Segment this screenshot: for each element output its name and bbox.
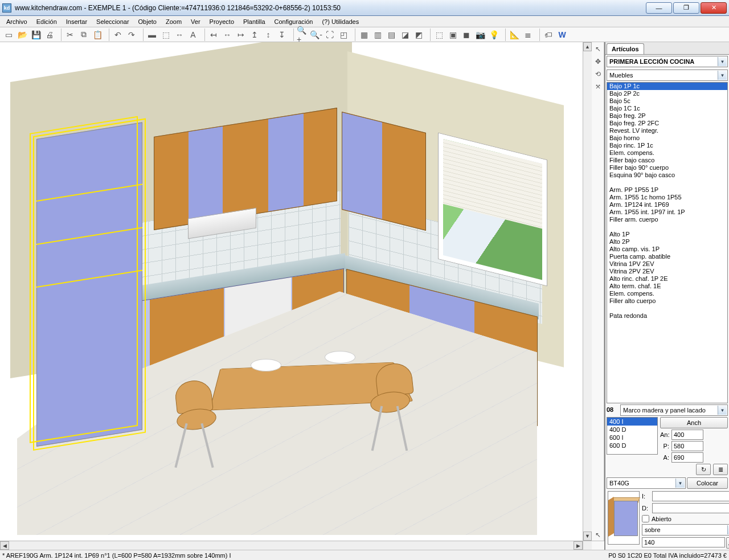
viewport-hscrollbar[interactable]: ◀ ▶ bbox=[0, 541, 583, 550]
article-item[interactable]: Vitrina 2PV 2EV bbox=[607, 268, 727, 275]
height-input[interactable] bbox=[671, 452, 703, 463]
list-button[interactable]: ≣ bbox=[713, 464, 728, 475]
toolbar-print-button[interactable]: 🖨 bbox=[43, 28, 56, 41]
toolbar-valign-m-button[interactable]: ↕ bbox=[262, 28, 275, 41]
viewport-3d[interactable] bbox=[0, 42, 583, 541]
anch-button[interactable]: Anch bbox=[660, 417, 728, 428]
toolbar-view-front-button[interactable]: ▥ bbox=[371, 28, 384, 41]
article-item[interactable]: Alto term. chaf. 1E bbox=[607, 283, 727, 290]
viewport-vscrollbar[interactable]: ▲ ▼ bbox=[583, 42, 592, 541]
article-item[interactable]: Filler arm. cuerpo bbox=[607, 216, 727, 223]
article-item[interactable] bbox=[607, 305, 727, 312]
article-item[interactable]: Bajo horno bbox=[607, 134, 727, 142]
menu-zoom[interactable]: Zoom bbox=[162, 17, 186, 26]
toolbar-zoom-fit-button[interactable]: ⛶ bbox=[323, 28, 336, 41]
viewtool-pointer-button[interactable]: ↖ bbox=[592, 43, 604, 55]
toolbar-zoom-minus-button[interactable]: 🔍- bbox=[310, 28, 322, 41]
toolbar-save-button[interactable]: 💾 bbox=[30, 28, 42, 41]
window-minimize-button[interactable]: — bbox=[646, 2, 672, 14]
toolbar-paste-button[interactable]: 📋 bbox=[91, 28, 104, 41]
viewtool-walkthrough-button[interactable]: ⤧ bbox=[592, 81, 604, 92]
toolbar-wall-button[interactable]: ▬ bbox=[146, 28, 158, 41]
over-stepper[interactable]: ▴▾ bbox=[726, 537, 729, 549]
article-item[interactable]: Alto 2P bbox=[607, 238, 727, 246]
article-item[interactable]: Alto 1P bbox=[607, 231, 727, 238]
place-button[interactable]: Colocar bbox=[687, 477, 728, 489]
article-item[interactable]: Bajo freg. 2P 2FC bbox=[607, 120, 727, 127]
article-item[interactable]: Filler bajo 90° cuerpo bbox=[607, 164, 727, 171]
article-item[interactable]: Vitrina 1PV 2EV bbox=[607, 260, 727, 268]
toolbar-measure-button[interactable]: 📐 bbox=[508, 28, 521, 41]
article-item[interactable]: Bajo freg. 2P bbox=[607, 112, 727, 120]
toolbar-align-l-button[interactable]: ↤ bbox=[207, 28, 220, 41]
viewtool-cursor-arrow-button[interactable]: ↖ bbox=[592, 529, 604, 541]
article-item[interactable]: Arm. 1P124 int. 1P69 bbox=[607, 201, 727, 209]
article-item[interactable]: Bajo 1C 1c bbox=[607, 105, 727, 112]
scroll-down-button[interactable]: ▼ bbox=[583, 532, 592, 541]
article-item[interactable]: Alto rinc. chaf. 1P 2E bbox=[607, 275, 727, 283]
article-item[interactable]: Revest. LV integr. bbox=[607, 127, 727, 134]
scroll-left-button[interactable]: ◀ bbox=[0, 541, 9, 550]
toolbar-view-top-button[interactable]: ▦ bbox=[358, 28, 370, 41]
toolbar-view-persp-button[interactable]: ◪ bbox=[399, 28, 411, 41]
model-combo[interactable]: Marco madera y panel lacado ▼ bbox=[620, 404, 728, 416]
over-value-input[interactable] bbox=[642, 537, 725, 547]
toolbar-view-iso-button[interactable]: ◩ bbox=[412, 28, 425, 41]
menu-objeto[interactable]: Objeto bbox=[134, 17, 161, 26]
toolbar-open-button[interactable]: 📂 bbox=[16, 28, 28, 41]
scroll-up-button[interactable]: ▲ bbox=[583, 42, 592, 51]
catalog-combo[interactable]: PRIMERA LECCIÓN COCINA ▼ bbox=[607, 56, 728, 67]
toolbar-render-hidden-button[interactable]: ▣ bbox=[447, 28, 459, 41]
dimension-option[interactable]: 600 D bbox=[607, 442, 657, 449]
article-item[interactable] bbox=[607, 179, 727, 186]
scroll-right-button[interactable]: ▶ bbox=[574, 541, 583, 550]
tab-articulos[interactable]: Artículos bbox=[607, 43, 644, 54]
article-item[interactable]: Arm. 1P55 1c horno 1P55 bbox=[607, 194, 727, 201]
hscroll-track[interactable] bbox=[9, 541, 574, 550]
article-item[interactable]: Puerta camp. abatible bbox=[607, 253, 727, 260]
toolbar-align-r-button[interactable]: ↦ bbox=[235, 28, 247, 41]
open-checkbox-row[interactable]: Abierto bbox=[642, 515, 729, 522]
article-item[interactable]: Elem. compens. bbox=[607, 149, 727, 157]
toolbar-render-wire-button[interactable]: ⬚ bbox=[433, 28, 445, 41]
toolbar-undo-button[interactable]: ↶ bbox=[112, 28, 124, 41]
toolbar-render-photo-button[interactable]: 📷 bbox=[474, 28, 486, 41]
toolbar-align-c-button[interactable]: ↔ bbox=[221, 28, 234, 41]
dimension-listbox[interactable]: 400 I400 D600 I600 D bbox=[607, 417, 658, 455]
article-item[interactable]: Bajo 5c bbox=[607, 97, 727, 105]
viewtool-pan-button[interactable]: ✥ bbox=[592, 56, 604, 67]
toolbar-new-button[interactable]: ▭ bbox=[2, 28, 15, 41]
article-item[interactable] bbox=[607, 223, 727, 231]
toolbar-layers-button[interactable]: ≣ bbox=[522, 28, 534, 41]
toolbar-dimension-button[interactable]: ↔ bbox=[173, 28, 186, 41]
toolbar-redo-button[interactable]: ↷ bbox=[125, 28, 138, 41]
toolbar-copy-button[interactable]: ⧉ bbox=[77, 28, 90, 41]
article-item[interactable]: Bajo rinc. 1P 1c bbox=[607, 142, 727, 149]
i-offset-input[interactable] bbox=[652, 491, 729, 501]
toolbar-catalog-button[interactable]: 🏷 bbox=[542, 28, 555, 41]
menu-insertar[interactable]: Insertar bbox=[62, 17, 91, 26]
category-combo[interactable]: Muebles ▼ bbox=[607, 70, 728, 81]
open-checkbox[interactable] bbox=[642, 515, 649, 522]
window-close-button[interactable]: ✕ bbox=[701, 2, 727, 14]
menu--utilidades[interactable]: (?) Utilidades bbox=[318, 17, 363, 26]
menu-edici-n[interactable]: Edición bbox=[32, 17, 61, 26]
toolbar-zoom-plus-button[interactable]: 🔍+ bbox=[296, 28, 309, 41]
article-item[interactable]: Pata redonda bbox=[607, 312, 727, 320]
dimension-option[interactable]: 400 D bbox=[607, 426, 657, 434]
viewtool-orbit-button[interactable]: ⟲ bbox=[592, 68, 604, 80]
toolbar-render-shade-button[interactable]: ◼ bbox=[460, 28, 473, 41]
article-item[interactable]: Arm. PP 1P55 1P bbox=[607, 186, 727, 194]
toolbar-word-button[interactable]: W bbox=[556, 28, 568, 41]
article-item[interactable]: Elem. compens. bbox=[607, 290, 727, 297]
article-item[interactable]: Arm. 1P55 int. 1P97 int. 1P bbox=[607, 209, 727, 216]
window-maximize-button[interactable]: ❐ bbox=[673, 2, 699, 14]
menu-plantilla[interactable]: Plantilla bbox=[239, 17, 269, 26]
menu-configuraci-n[interactable]: Configuración bbox=[271, 17, 317, 26]
toolbar-text-button[interactable]: A bbox=[187, 28, 199, 41]
menu-ver[interactable]: Ver bbox=[187, 17, 204, 26]
over-combo[interactable]: sobre ▼ bbox=[642, 524, 729, 536]
vscroll-track[interactable] bbox=[583, 51, 592, 532]
swap-button[interactable]: ↻ bbox=[696, 464, 711, 475]
toolbar-door-button[interactable]: ⬚ bbox=[159, 28, 172, 41]
